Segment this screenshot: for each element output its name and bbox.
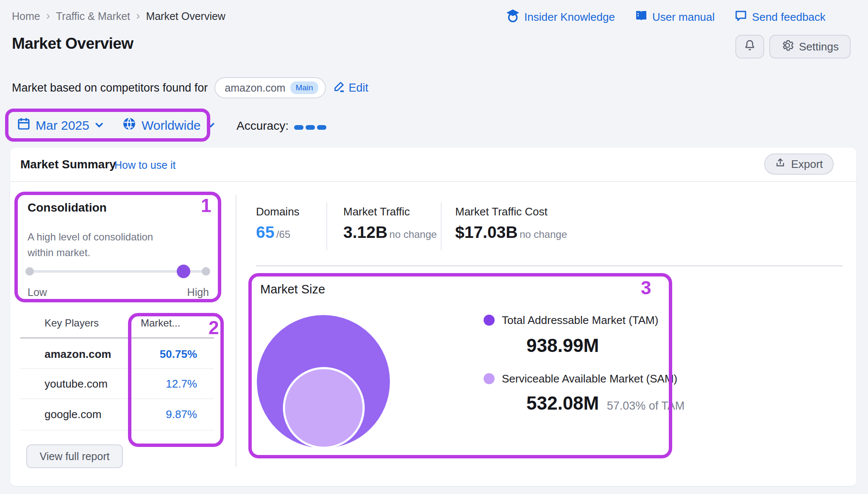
chat-bubble-icon: [734, 9, 748, 25]
page-title: Market Overview: [12, 35, 134, 53]
market-traffic-value: 3.12B no change: [343, 223, 437, 242]
card-title: Market Summary: [20, 158, 116, 171]
table-row-share[interactable]: 50.75%: [124, 348, 197, 361]
globe-icon: [122, 117, 136, 134]
annotation-number-3: 3: [641, 277, 651, 299]
consolidation-slider-thumb[interactable]: [177, 265, 190, 278]
metric-divider: [326, 203, 327, 250]
breadcrumb-home[interactable]: Home: [12, 10, 40, 22]
market-traffic-number: 3.12B: [343, 223, 387, 241]
sam-value-row: 532.08M 57.03% of TAM: [526, 393, 684, 414]
date-selector[interactable]: Mar 2025: [17, 117, 104, 134]
date-selector-value: Mar 2025: [36, 118, 89, 133]
send-feedback-label: Send feedback: [752, 11, 825, 24]
table-row-divider: [20, 368, 214, 369]
notifications-button[interactable]: [735, 35, 764, 59]
sam-circle: [284, 368, 364, 448]
market-traffic-cost-label: Market Traffic Cost: [455, 205, 553, 218]
insider-knowledge-link[interactable]: Insider Knowledge: [506, 8, 615, 26]
main-badge: Main: [290, 81, 318, 94]
sam-legend-label: Serviceable Available Market (SAM): [502, 372, 682, 385]
how-to-use-link[interactable]: How to use it: [114, 159, 176, 171]
domains-label: Domains: [256, 205, 305, 218]
annotation-number-2: 2: [209, 317, 219, 338]
gear-icon: [781, 39, 794, 55]
table-row-domain[interactable]: youtube.com: [45, 377, 108, 391]
export-button[interactable]: Export: [764, 154, 834, 175]
chevron-right-icon: ›: [136, 10, 140, 22]
tam-legend-dot: [484, 315, 495, 326]
key-players-header: Key Players: [45, 317, 99, 329]
market-traffic-cost-change: no change: [520, 229, 567, 240]
market-summary-card: Market Summary How to use it Export Cons…: [10, 148, 856, 486]
metrics-bottom-divider: [256, 265, 843, 266]
table-row-domain[interactable]: google.com: [45, 408, 101, 421]
sam-legend-dot: [484, 373, 495, 384]
accuracy-label: Accuracy:: [236, 119, 289, 133]
breadcrumb: Home › Traffic & Market › Market Overvie…: [12, 10, 225, 22]
column-divider: [236, 195, 236, 467]
market-size-bubble-chart: [253, 311, 397, 453]
user-manual-label: User manual: [652, 11, 715, 24]
sam-value: 532.08M: [526, 393, 599, 413]
sam-pct-of-tam: 57.03% of TAM: [607, 399, 685, 412]
export-icon: [775, 157, 786, 171]
market-based-label: Market based on competitors found for: [12, 81, 208, 95]
market-overview-page: Home › Traffic & Market › Market Overvie…: [0, 0, 868, 494]
view-full-report-button[interactable]: View full report: [26, 444, 123, 468]
slider-low-label: Low: [28, 286, 47, 299]
slider-endpoint-high: [202, 267, 210, 276]
location-selector-value: Worldwide: [142, 118, 201, 133]
consolidation-description: A high level of consolidation within mar…: [28, 229, 167, 260]
card-header-divider: [10, 181, 856, 182]
accuracy-meter-icon: [292, 119, 326, 133]
competitor-pill[interactable]: amazon.com Main: [214, 77, 326, 98]
user-manual-link[interactable]: User manual: [634, 9, 715, 25]
header-links: Insider Knowledge User manual Send feedb…: [506, 8, 826, 26]
domains-value: 65 /65: [256, 223, 290, 242]
market-traffic-cost-value: $17.03B no change: [455, 223, 567, 242]
breadcrumb-traffic-market[interactable]: Traffic & Market: [56, 10, 130, 22]
table-row-share[interactable]: 12.7%: [124, 377, 197, 391]
domains-total: /65: [276, 229, 290, 240]
export-label: Export: [791, 158, 823, 171]
tam-value: 938.99M: [526, 335, 599, 356]
annotation-number-1: 1: [201, 195, 211, 216]
graduation-cap-icon: [506, 8, 520, 26]
domains-count: 65: [256, 223, 274, 241]
pencil-icon: [333, 80, 345, 96]
bell-icon: [743, 39, 756, 55]
chevron-down-icon: [95, 118, 104, 133]
calendar-icon: [17, 117, 31, 134]
send-feedback-link[interactable]: Send feedback: [734, 9, 825, 25]
slider-endpoint-low: [25, 267, 34, 276]
market-share-header[interactable]: Market...: [141, 317, 180, 329]
market-traffic-label: Market Traffic: [343, 205, 415, 218]
settings-label: Settings: [799, 40, 839, 53]
settings-button[interactable]: Settings: [769, 35, 851, 59]
edit-label: Edit: [349, 81, 369, 95]
chevron-down-icon: [206, 118, 215, 133]
accuracy-indicator: Accuracy:: [236, 119, 326, 133]
book-icon: [634, 9, 648, 25]
table-row-domain[interactable]: amazon.com: [45, 348, 111, 361]
metric-divider: [441, 203, 442, 250]
insider-knowledge-label: Insider Knowledge: [524, 11, 615, 24]
market-traffic-cost-number: $17.03B: [455, 223, 517, 241]
slider-high-label: High: [179, 286, 209, 299]
consolidation-title: Consolidation: [28, 201, 112, 215]
table-row-divider: [20, 399, 214, 399]
breadcrumb-current: Market Overview: [146, 10, 225, 22]
chevron-right-icon: ›: [46, 10, 50, 22]
tam-legend-label: Total Addressable Market (TAM): [502, 314, 663, 327]
table-header-divider: [20, 338, 214, 338]
market-traffic-change: no change: [389, 229, 437, 240]
edit-link[interactable]: Edit: [333, 80, 369, 96]
market-based-row: Market based on competitors found for am…: [12, 76, 368, 99]
location-selector[interactable]: Worldwide: [122, 117, 215, 134]
competitor-domain: amazon.com: [225, 82, 285, 94]
view-full-report-label: View full report: [40, 450, 110, 463]
market-size-title: Market Size: [260, 282, 325, 296]
table-row-share[interactable]: 9.87%: [124, 408, 197, 421]
table-row-divider: [20, 430, 214, 430]
